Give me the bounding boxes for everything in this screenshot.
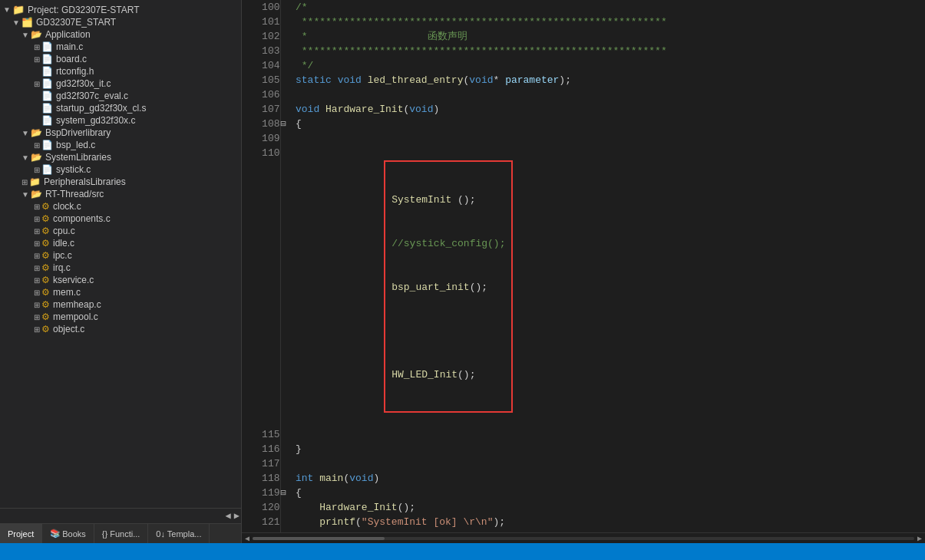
tree-irq[interactable]: ⊞ ⚙ irq.c [0,262,241,274]
line-number: 105 [242,73,280,87]
code-line-121: 121 printf("SystemInit [ok] \r\n"); [242,515,925,529]
tree-periphlib[interactable]: ⊞ 📁 PeripheralsLibraries [0,176,241,188]
app-expand-icon[interactable]: ▼ [21,31,29,39]
tree-systick[interactable]: ⊞ 📄 systick.c [0,163,241,176]
scroll-left-icon[interactable]: ◀ [226,510,231,522]
tree-kservice[interactable]: ⊞ ⚙ kservice.c [0,274,241,286]
components-expand[interactable]: ⊞ [34,215,40,223]
tab-project-label: Project [8,529,34,539]
tree-mem[interactable]: ⊞ ⚙ mem.c [0,286,241,298]
scroll-right-code-icon[interactable]: ▶ [917,534,922,543]
ipc-expand[interactable]: ⊞ [34,252,40,260]
board-c-expand-icon[interactable]: ⊞ [34,55,40,64]
tree-mempool[interactable]: ⊞ ⚙ mempool.c [0,311,241,323]
bsp-led-expand[interactable]: ⊞ [34,141,40,150]
tree-object[interactable]: ⊞ ⚙ object.c [0,323,241,335]
code-content: { [296,486,925,500]
code-line-102: 102 * 函数声明 [242,29,925,44]
code-line-117: 117 [242,456,925,471]
tree-gd32f307c-eval[interactable]: ⊞ 📄 gd32f307c_eval.c [0,90,241,102]
line-number: 102 [242,29,280,44]
line-number: 115 [242,427,280,442]
mempool-label: mempool.c [53,311,98,322]
clock-expand[interactable]: ⊞ [34,203,40,211]
cpu-expand[interactable]: ⊞ [34,227,40,236]
syslib-expand[interactable]: ▼ [21,153,29,162]
gd32307e-expand-icon[interactable]: ▼ [12,18,20,27]
tree-syslib[interactable]: ▼ 📂 SystemLibraries [0,151,241,163]
root-expand-icon[interactable]: ▼ [3,5,11,14]
gutter: ⊟ [280,117,296,131]
line-number: 120 [242,500,280,515]
scroll-right-icon[interactable]: ▶ [234,510,240,522]
tree-application[interactable]: ▼ 📂 Application [0,28,241,41]
idle-expand[interactable]: ⊞ [34,239,40,248]
code-scroll-area[interactable]: 100 /* 101 *****************************… [242,0,925,532]
tree-bsp-led[interactable]: ⊞ 📄 bsp_led.c [0,139,241,151]
line-number: 109 [242,131,280,146]
memheap-expand[interactable]: ⊞ [34,301,40,309]
code-content [296,427,925,442]
gd32f30x-it-expand[interactable]: ⊞ [34,80,40,88]
app-label: Application [45,29,91,40]
line-number: 116 [242,442,280,456]
components-label: components.c [53,213,111,224]
code-content: */ [296,58,925,73]
kservice-label: kservice.c [53,275,94,285]
code-line-120: 120 Hardware_Init(); [242,500,925,515]
tree-rtconfig-h[interactable]: ⊞ 📄 rtconfig.h [0,65,241,77]
code-content: ****************************************… [296,15,925,29]
tree-memheap[interactable]: ⊞ ⚙ memheap.c [0,298,241,311]
tab-books-label: Books [62,529,86,539]
tree-components[interactable]: ⊞ ⚙ components.c [0,212,241,225]
line-number: 100 [242,0,280,15]
left-tab-bar: Project 📚 Books {} Functi... 0↓ Templa..… [0,523,241,543]
irq-expand[interactable]: ⊞ [34,264,40,272]
tree-gd32f30x-it[interactable]: ⊞ 📄 gd32f30x_it.c [0,77,241,90]
tree-cpu[interactable]: ⊞ ⚙ cpu.c [0,225,241,237]
systick-expand[interactable]: ⊞ [34,166,40,174]
tree-idle[interactable]: ⊞ ⚙ idle.c [0,237,241,249]
tree-main-c[interactable]: ⊞ 📄 main.c [0,41,241,53]
object-expand[interactable]: ⊞ [34,325,40,334]
gutter [280,102,296,117]
rtthread-label: RT-Thread/src [45,189,104,199]
code-content: void Hardware_Init(void) [296,102,925,117]
tree-root[interactable]: ▼ 📁 Project: GD32307E-START [0,3,241,16]
tree-bsp-driver[interactable]: ▼ 📂 BspDriverlibrary [0,127,241,139]
main-c-expand-icon[interactable]: ⊞ [34,43,40,51]
tree-board-c[interactable]: ⊞ 📄 board.c [0,53,241,65]
line-number: 117 [242,456,280,471]
line-number: 106 [242,87,280,102]
bsp-driver-expand[interactable]: ▼ [21,129,29,137]
gutter [280,456,296,471]
tree-rtthread[interactable]: ▼ 📂 RT-Thread/src [0,188,241,200]
code-content: int main(void) [296,471,925,486]
gutter [280,515,296,529]
collapse-108-icon[interactable]: ⊟ [281,119,286,130]
tree-startup[interactable]: ⊞ 📄 startup_gd32f30x_cl.s [0,102,241,114]
scroll-left-code-icon[interactable]: ◀ [245,534,249,543]
rtthread-expand[interactable]: ▼ [21,190,29,199]
bsp-driver-label: BspDriverlibrary [45,127,111,138]
tree-system[interactable]: ⊞ 📄 system_gd32f30x.c [0,114,241,127]
mem-expand[interactable]: ⊞ [34,288,40,297]
tab-books[interactable]: 📚 Books [42,524,94,543]
tab-template[interactable]: 0↓ Templa... [148,524,210,543]
books-icon: 📚 [50,529,61,539]
tree-ipc[interactable]: ⊞ ⚙ ipc.c [0,249,241,262]
tab-functions-label: {} Functi... [102,529,140,539]
kservice-expand[interactable]: ⊞ [34,276,40,285]
code-line-103: 103 ************************************… [242,44,925,58]
periphlib-expand[interactable]: ⊞ [21,178,28,186]
main-c-label: main.c [56,41,83,52]
code-line-104: 104 */ [242,58,925,73]
mempool-expand[interactable]: ⊞ [34,313,40,321]
tab-functions[interactable]: {} Functi... [94,524,149,543]
tree-clock[interactable]: ⊞ ⚙ clock.c [0,200,241,212]
collapse-119-icon[interactable]: ⊟ [281,488,286,499]
tab-project[interactable]: Project [0,524,42,543]
tree-gd32307e[interactable]: ▼ 🗂️ GD32307E_START [0,16,241,28]
line-number: 103 [242,44,280,58]
code-line-118: 118 int main(void) [242,471,925,486]
